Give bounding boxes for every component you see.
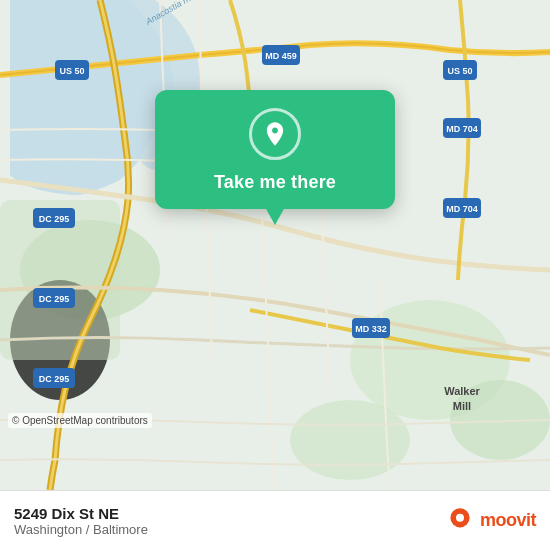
svg-text:DC 295: DC 295 <box>39 374 70 384</box>
svg-text:MD 459: MD 459 <box>265 51 297 61</box>
footer-bar: 5249 Dix St NE Washington / Baltimore mo… <box>0 490 550 550</box>
moovit-icon <box>444 505 476 537</box>
svg-text:US 50: US 50 <box>59 66 84 76</box>
svg-point-29 <box>456 513 464 521</box>
svg-text:MD 704: MD 704 <box>446 124 478 134</box>
address-line: 5249 Dix St NE <box>14 505 444 522</box>
svg-text:Mill: Mill <box>453 400 471 412</box>
map-attribution: © OpenStreetMap contributors <box>8 413 152 428</box>
svg-point-6 <box>290 400 410 480</box>
svg-text:MD 704: MD 704 <box>446 204 478 214</box>
take-me-there-button[interactable]: Take me there <box>214 172 336 193</box>
map-view: Anacostia river US 50 US 50 MD 459 MD 70… <box>0 0 550 490</box>
navigation-popup[interactable]: Take me there <box>155 90 395 209</box>
moovit-brand-text: moovit <box>480 510 536 531</box>
moovit-logo: moovit <box>444 505 536 537</box>
svg-text:DC 295: DC 295 <box>39 294 70 304</box>
svg-text:DC 295: DC 295 <box>39 214 70 224</box>
svg-text:US 50: US 50 <box>447 66 472 76</box>
city-line: Washington / Baltimore <box>14 522 444 537</box>
location-pin-icon <box>249 108 301 160</box>
footer-address: 5249 Dix St NE Washington / Baltimore <box>14 505 444 537</box>
svg-text:MD 332: MD 332 <box>355 324 387 334</box>
svg-text:Walker: Walker <box>444 385 480 397</box>
